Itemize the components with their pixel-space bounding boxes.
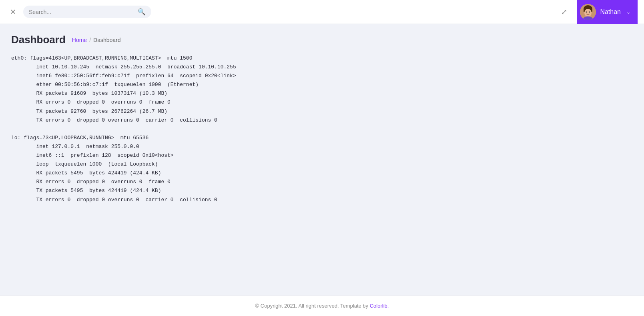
topbar: ✕ 🔍 ⤢ [0, 0, 644, 24]
chevron-down-icon: ⌄ [626, 9, 630, 15]
search-icon: 🔍 [138, 8, 146, 16]
breadcrumb: Home / Dashboard [72, 37, 121, 43]
svg-point-4 [586, 11, 587, 12]
user-name: Nathan [600, 8, 621, 16]
svg-point-5 [589, 11, 590, 12]
avatar [580, 4, 596, 20]
search-input[interactable] [29, 9, 134, 15]
topbar-right: ⤢ [558, 0, 638, 24]
search-box[interactable]: 🔍 [23, 6, 151, 18]
breadcrumb-separator: / [89, 37, 91, 43]
expand-icon: ⤢ [561, 8, 567, 16]
footer: © Copyright 2021. All right reserved. Te… [0, 295, 644, 316]
content-area: eth0: flags=4163<UP,BROADCAST,RUNNING,MU… [0, 51, 644, 295]
footer-link[interactable]: Colorlib. [370, 303, 389, 309]
page-title: Dashboard [11, 34, 66, 46]
page-header: Dashboard Home / Dashboard [0, 24, 644, 51]
expand-button[interactable]: ⤢ [558, 6, 570, 18]
terminal-output: eth0: flags=4163<UP,BROADCAST,RUNNING,MU… [11, 54, 633, 204]
footer-text: © Copyright 2021. All right reserved. Te… [255, 303, 370, 309]
breadcrumb-home[interactable]: Home [72, 37, 87, 43]
svg-point-3 [584, 9, 592, 17]
main-wrapper: Dashboard Home / Dashboard eth0: flags=4… [0, 24, 644, 295]
user-badge[interactable]: Nathan ⌄ [577, 0, 638, 24]
close-icon: ✕ [10, 8, 16, 16]
breadcrumb-current: Dashboard [93, 37, 121, 43]
close-button[interactable]: ✕ [6, 6, 19, 18]
